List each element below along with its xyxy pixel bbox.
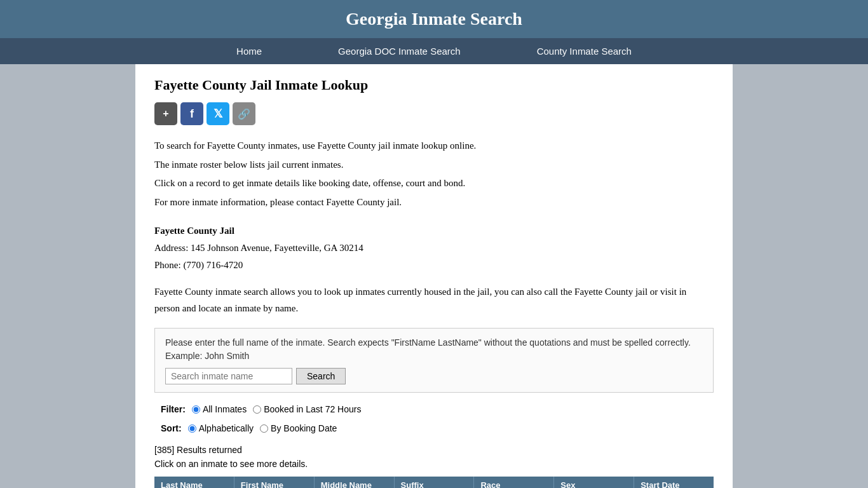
jail-info-title: Fayette County Jail — [154, 223, 714, 238]
table-header: Last Name First Name Middle Name Suffix … — [154, 477, 714, 488]
sort-date[interactable]: By Booking Date — [260, 423, 337, 433]
jail-info-block: Fayette County Jail Address: 145 Johnson… — [154, 223, 714, 273]
main-nav: Home Georgia DOC Inmate Search County In… — [0, 38, 868, 64]
col-sex: Sex — [554, 477, 634, 488]
filter-all-label: All Inmates — [203, 404, 247, 414]
filter-all-inmates[interactable]: All Inmates — [192, 404, 247, 414]
sort-alpha[interactable]: Alphabetically — [188, 423, 254, 433]
jail-phone: Phone: (770) 716-4720 — [154, 257, 714, 273]
desc-line1: To search for Fayette County inmates, us… — [154, 138, 714, 154]
site-title: Georgia Inmate Search — [13, 9, 855, 29]
site-header: Georgia Inmate Search — [0, 0, 868, 38]
search-instruction: Please enter the full name of the inmate… — [165, 336, 703, 363]
desc-line4: For more inmate information, please cont… — [154, 194, 714, 211]
filter-72hours-label: Booked in Last 72 Hours — [264, 404, 361, 414]
col-start-date: Start Date — [634, 477, 714, 488]
share-button[interactable]: + — [154, 102, 177, 125]
search-input[interactable] — [165, 368, 292, 384]
sort-date-radio[interactable] — [260, 424, 268, 433]
sort-date-label: By Booking Date — [271, 423, 337, 433]
search-button[interactable]: Search — [296, 368, 346, 384]
sort-row: Sort: Alphabetically By Booking Date — [154, 423, 714, 433]
filter-label: Filter: — [161, 404, 186, 414]
twitter-button[interactable]: 𝕏 — [207, 102, 229, 125]
col-race: Race — [474, 477, 554, 488]
nav-doc-search[interactable]: Georgia DOC Inmate Search — [300, 38, 499, 64]
search-section: Please enter the full name of the inmate… — [154, 328, 714, 393]
sort-alpha-radio[interactable] — [188, 424, 196, 433]
facebook-button[interactable]: f — [180, 102, 203, 125]
nav-county-search[interactable]: County Inmate Search — [499, 38, 670, 64]
main-content: Fayette County Jail Inmate Lookup + f 𝕏 … — [135, 64, 733, 488]
copylink-button[interactable]: 🔗 — [233, 102, 255, 125]
extended-description: Fayette County inmate search allows you … — [154, 284, 714, 316]
filter-row: Filter: All Inmates Booked in Last 72 Ho… — [154, 404, 714, 414]
filter-all-radio[interactable] — [192, 405, 200, 414]
sort-alpha-label: Alphabetically — [199, 423, 254, 433]
description-block: To search for Fayette County inmates, us… — [154, 138, 714, 210]
page-title: Fayette County Jail Inmate Lookup — [154, 77, 714, 93]
results-count: [385] Results returned — [154, 445, 714, 455]
filter-72hours-radio[interactable] — [253, 405, 261, 414]
sort-label: Sort: — [161, 423, 182, 433]
filter-72hours[interactable]: Booked in Last 72 Hours — [253, 404, 361, 414]
social-share-bar: + f 𝕏 🔗 — [154, 102, 714, 125]
col-last-name: Last Name — [154, 477, 234, 488]
col-middle-name: Middle Name — [315, 477, 395, 488]
col-first-name: First Name — [234, 477, 315, 488]
jail-address: Address: 145 Johnson Avenue, Fayettevill… — [154, 240, 714, 255]
nav-home[interactable]: Home — [198, 38, 300, 64]
desc-line3: Click on a record to get inmate details … — [154, 175, 714, 192]
desc-line2: The inmate roster below lists jail curre… — [154, 157, 714, 173]
col-suffix: Suffix — [395, 477, 475, 488]
results-hint: Click on an inmate to see more details. — [154, 459, 714, 469]
